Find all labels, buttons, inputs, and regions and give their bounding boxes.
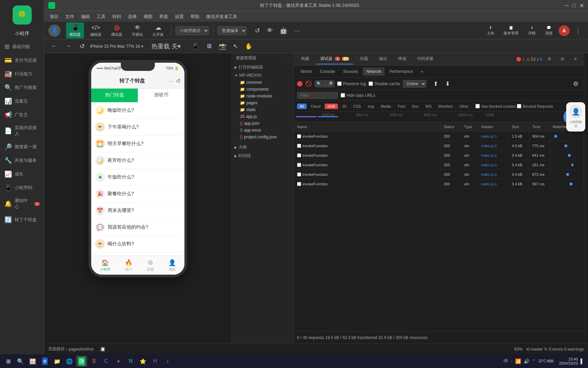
file-app-wxss[interactable]: S app.wxss [232,127,294,134]
blocked-requests-checkbox[interactable] [517,104,521,108]
filter-ws[interactable]: WS [423,104,435,109]
row-4-initiator[interactable]: index.js:1 [478,170,509,179]
debugger-button[interactable]: 🐞 调试器 [108,22,126,39]
maximize-button[interactable]: □ [572,3,576,8]
menu-interface[interactable]: 界面 [157,12,171,21]
mp-weixin-section[interactable]: ▼ MP-WEIXIN [232,72,294,79]
search-taskbar[interactable]: 🔍 [15,356,26,367]
blocked-requests-label[interactable]: Blocked Requests [517,104,553,108]
robot-button[interactable]: 🤖 [277,26,290,36]
more-options-button[interactable]: ⋮ [572,26,584,36]
cloud-button[interactable]: ☁ 云开发 [149,22,167,39]
back-button[interactable]: ← [48,41,60,51]
inner-tab-wxml[interactable]: Wxtml [297,67,315,76]
export-icon[interactable]: ⬇ [442,79,453,89]
menu-wechat-devtools[interactable]: 微信开发者工具 [203,12,240,21]
resource-manager-more-icon[interactable]: ⋯ [286,56,290,61]
header-name[interactable]: Name [294,122,441,131]
close-button[interactable]: ✕ [579,3,584,8]
sidebar-item-industry[interactable]: 🏭 行业能力 [2,67,43,80]
list-item[interactable]: ☕ 下午茶喝什么? [91,119,184,136]
folder-pages[interactable]: 📁 pages [232,99,294,106]
list-item[interactable]: ☕ 喝什么饮料? [91,236,184,252]
row-0-checkbox[interactable] [297,134,301,138]
phone-nav-settings[interactable]: ⚙ 设置 [147,259,154,272]
filter-font[interactable]: Font [395,104,408,109]
import-icon[interactable]: ⬆ [430,79,441,89]
menu-help[interactable]: 帮助 [188,12,202,21]
network-row-4[interactable]: invokeFunction 200 xhr index.js:1 3.4 kB… [294,170,584,179]
tab-output[interactable]: 输出 [375,54,391,64]
phone-nav-hot[interactable]: 🔥 热门 [125,259,132,272]
mini-app-assistant[interactable]: 👤 小程序助手 [566,102,585,132]
phone-options-icon[interactable]: ··· [169,78,173,84]
taskbar-app-1[interactable]: e [39,356,50,367]
disable-cache-label[interactable]: Disable cache [369,81,400,86]
forward-button[interactable]: → [63,41,74,51]
menu-edit[interactable]: 编辑 [78,12,93,21]
network-row-0[interactable]: invokeFunction 200 xhr index.js:1 1.5 kB… [294,132,584,141]
filter-css[interactable]: CSS [350,104,364,109]
taskbar-app-8[interactable]: ⭐ [137,356,148,367]
compile-select[interactable]: 普通编译 [217,26,247,35]
screen-icon[interactable]: 🖥 [203,41,215,51]
editor-button[interactable]: </> 编辑器 [87,23,105,39]
reload-button[interactable]: ↺ [77,41,87,51]
filter-xhr[interactable]: XHR [325,104,338,109]
sidebar-item-traffic[interactable]: 📊 流量主 [2,95,43,108]
phone-tab-coin[interactable]: 掷硬币 [138,89,184,102]
row-1-initiator[interactable]: index.js:1 [478,141,509,150]
phone-refresh-icon[interactable]: ↺ [176,78,180,84]
header-time[interactable]: Time [529,122,550,131]
simulator-button[interactable]: 📱 模拟器 [66,22,84,39]
menu-tools[interactable]: 工具 [94,12,108,21]
sidebar-item-mini-code[interactable]: 📱 小程序码 [2,181,43,194]
file-app-js[interactable]: JS app.js [232,113,294,120]
menu-settings[interactable]: 设置 [172,12,186,21]
hand-icon[interactable]: ✋ [242,41,255,51]
clear-button[interactable]: 🚫 [305,80,312,87]
network-row-2[interactable]: invokeFunction 200 xhr index.js:1 3.4 kB… [294,151,584,160]
header-type[interactable]: Type [461,122,478,131]
device-selector[interactable]: iPhone 15 Pro Max 77% 16 ▾ [90,44,143,49]
taskbar-app-10[interactable]: ♪ [162,356,173,367]
phone-icon[interactable]: 📱 [189,41,202,51]
sidebar-item-grow[interactable]: 📈 成长 [2,168,43,181]
folder-components[interactable]: 📁 components [232,86,294,93]
folder-static[interactable]: 📁 static [232,106,294,113]
user-avatar[interactable]: 👤 [48,25,61,37]
header-initiator[interactable]: Initiator [478,122,509,131]
inner-tab-performance[interactable]: Performance [386,67,416,76]
taskbar-app-5[interactable]: C [101,356,112,367]
minimize-button[interactable]: ─ [564,3,569,8]
tab-terminal[interactable]: 终端 [394,54,410,64]
message-button[interactable]: 💬 消息 [542,24,556,37]
network-row-5[interactable]: invokeFunction 200 xhr index.js:1 3.4 kB… [294,179,584,189]
phone-nav-home[interactable]: 🏠 小程序 [100,259,110,272]
record-button[interactable] [297,81,303,87]
has-blocked-cookies-checkbox[interactable] [475,104,480,108]
sidebar-item-zhuanpan[interactable]: 🔄 转了个转盘 [2,213,43,226]
close-devtools-icon[interactable]: ✕ [570,55,581,64]
input-method-toggle[interactable]: · [511,358,512,364]
preserve-log-checkbox[interactable] [337,81,342,86]
tab-problems[interactable]: 问题 [356,54,372,64]
list-item[interactable]: 🎉 聚餐吃什么? [91,186,184,202]
menu-goto[interactable]: 转到 [110,12,124,21]
right-scrollbar[interactable] [584,53,588,343]
filter-js[interactable]: JS [339,104,349,109]
user-icon-right[interactable]: A [559,25,570,36]
page-path-item[interactable]: 页面路径 › pages/hot/hot [48,346,94,352]
preserve-log-label[interactable]: Preserve log [337,81,366,86]
has-blocked-cookies-label[interactable]: Has blocked cookies [475,104,516,108]
taskbar-app-6[interactable]: ♦ [113,356,124,367]
folder-common[interactable]: 📁 common [232,79,294,86]
inner-tab-console[interactable]: Console [316,67,338,76]
screenshot-icon[interactable]: 📸 [216,41,229,51]
open-editors-section[interactable]: ▶ 打开的编辑器 [232,63,294,72]
volume-icon[interactable]: 🔊 [524,358,529,364]
menu-view[interactable]: 视图 [141,12,155,21]
row-1-checkbox[interactable] [297,144,301,148]
network-settings-icon[interactable]: ⚙ [570,79,581,89]
filter-cloud[interactable]: Cloud [308,104,323,109]
